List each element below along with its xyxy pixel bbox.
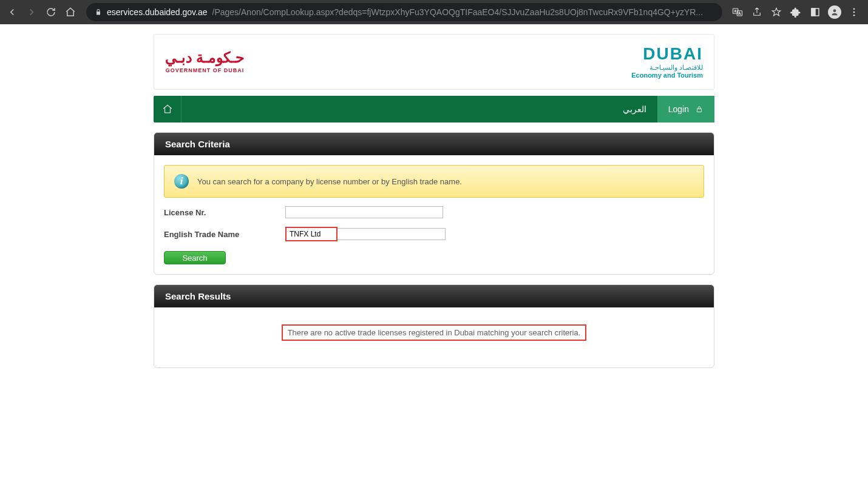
lock-icon [695,105,704,113]
trade-name-input[interactable] [287,228,336,240]
svg-rect-3 [812,8,815,16]
share-icon[interactable] [750,5,764,19]
url-path: /Pages/Anon/CompLookup.aspx?dedqs=fjWtzp… [212,7,704,17]
home-button[interactable] [154,96,181,122]
url-host: eservices.dubaided.gov.ae [107,7,208,17]
language-switch[interactable]: العربي [612,104,657,114]
search-criteria-panel: Search Criteria i You can search for a c… [154,132,714,275]
star-icon[interactable] [770,5,783,19]
extensions-icon[interactable] [789,5,802,19]
login-button[interactable]: Login [657,96,714,122]
svg-point-4 [833,9,836,12]
dubai-economy-logo: DUBAI للاقتصـاد والسيـاحـة Economy and T… [631,45,703,79]
license-row: License Nr. [164,206,704,218]
svg-point-5 [853,8,855,10]
trade-name-input-ext[interactable] [337,228,446,240]
menu-icon[interactable] [847,5,861,19]
search-criteria-title: Search Criteria [154,133,714,155]
trade-name-row: English Trade Name [164,227,704,241]
svg-point-7 [853,15,855,16]
license-label: License Nr. [164,208,285,217]
home-browser-icon[interactable] [63,5,78,19]
trade-name-highlight [285,227,337,241]
browser-toolbar: eservices.dubaided.gov.ae/Pages/Anon/Com… [0,0,868,24]
license-input[interactable] [285,206,443,218]
forward-icon[interactable] [24,5,39,19]
main-navbar: العربي Login [154,96,714,122]
profile-avatar-icon[interactable] [828,5,841,19]
info-notice: i You can search for a company by licens… [164,165,704,198]
reload-icon[interactable] [44,5,58,19]
search-button[interactable]: Search [164,251,226,264]
translate-icon[interactable] [731,5,744,19]
svg-point-6 [853,12,855,13]
svg-rect-8 [697,109,702,112]
info-text: You can search for a company by license … [197,177,462,186]
gov-dubai-logo: حـكومـة دبـي GOVERNMENT OF DUBAI [165,50,245,73]
address-bar[interactable]: eservices.dubaided.gov.ae/Pages/Anon/Com… [86,3,722,21]
search-results-panel: Search Results There are no active trade… [154,284,714,368]
browser-right-icons [731,5,863,19]
search-results-title: Search Results [154,285,714,307]
header-banner: حـكومـة دبـي GOVERNMENT OF DUBAI DUBAI ل… [154,34,714,90]
lock-icon [95,8,102,16]
panel-icon[interactable] [809,5,822,19]
info-icon: i [174,174,189,189]
no-results-message: There are no active trade licenses regis… [282,324,587,341]
back-icon[interactable] [5,5,19,19]
trade-name-label: English Trade Name [164,230,285,239]
